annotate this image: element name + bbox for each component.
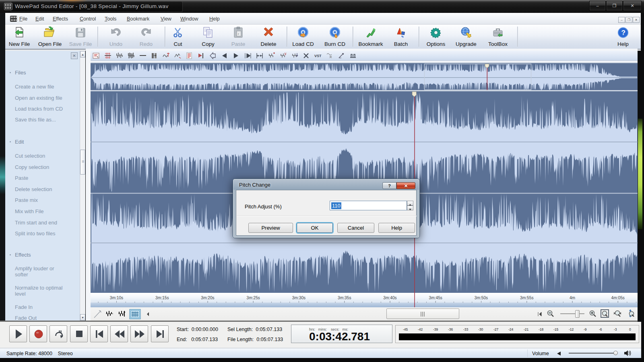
svg-text:3m:30s: 3m:30s <box>292 296 305 300</box>
svg-text:3m:35s: 3m:35s <box>338 296 351 300</box>
svg-text:3m:10s: 3m:10s <box>110 296 123 300</box>
svg-text:3m:55s: 3m:55s <box>520 296 533 300</box>
svg-text:3m:25s: 3m:25s <box>246 296 260 300</box>
svg-text:3m:15s: 3m:15s <box>155 296 169 300</box>
svg-text:3m:20s: 3m:20s <box>201 296 214 300</box>
svg-text:3m:40s: 3m:40s <box>383 296 396 300</box>
svg-text:3m:50s: 3m:50s <box>475 296 488 300</box>
svg-text:4m: 4m <box>570 296 575 300</box>
svg-text:VST: VST <box>314 54 322 58</box>
svg-text:?: ? <box>621 29 625 37</box>
svg-text:3m:45s: 3m:45s <box>429 296 442 300</box>
svg-text:4m:05s: 4m:05s <box>611 296 624 300</box>
svg-text:r: r <box>238 32 239 36</box>
